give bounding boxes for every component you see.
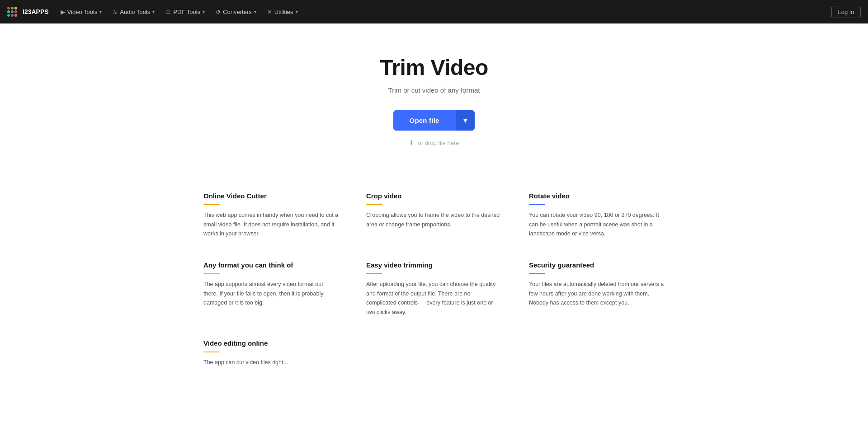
feature-text-7: The app can cut video files right... [203,358,339,367]
audio-tools-icon: ≋ [113,9,118,15]
nav-item-audio-tools[interactable]: ≋ Audio Tools ▾ [108,6,159,18]
navbar: I23APPS ▶ Video Tools ▾ ≋ Audio Tools ▾ … [0,0,868,23]
video-tools-icon: ▶ [61,9,65,15]
open-file-button[interactable]: Open file [393,110,456,131]
drop-hint-text: or drop file here [418,140,459,146]
feature-title-1: Online Video Cutter [203,192,339,200]
feature-text-4: The app supports almost every video form… [203,280,339,308]
feature-any-format: Any format you can think of The app supp… [203,261,339,317]
feature-text-5: After uploading your file, you can choos… [366,280,502,317]
drop-hint: ⬇ or drop file here [409,139,459,147]
feature-title-6: Security guaranteed [529,261,665,269]
page-title: Trim Video [380,55,488,80]
feature-accent-4 [203,273,220,274]
chevron-down-icon-pdf: ▾ [203,9,205,14]
feature-accent-5 [366,273,382,274]
nav-label-pdf-tools: PDF Tools [173,9,200,15]
open-file-dropdown-button[interactable]: ▼ [456,110,475,131]
feature-text-6: Your files are automatically deleted fro… [529,280,665,308]
feature-title-5: Easy video trimming [366,261,502,269]
hero-subtitle: Trim or cut video of any format [388,86,480,94]
converters-icon: ↺ [216,9,221,15]
login-button[interactable]: Log in [831,6,861,18]
feature-online-video-cutter: Online Video Cutter This web app comes i… [203,192,339,239]
open-file-wrap: Open file ▼ [393,110,475,131]
feature-accent-2 [366,204,382,205]
feature-accent-7 [203,352,220,352]
feature-accent-6 [529,273,545,274]
feature-text-2: Cropping allows you to frame the video t… [366,211,502,229]
nav-label-utilities: Utilities [274,9,293,15]
feature-accent-3 [529,204,545,205]
feature-title-4: Any format you can think of [203,261,339,269]
feature-title-3: Rotate video [529,192,665,200]
feature-easy-trimming: Easy video trimming After uploading your… [366,261,502,317]
dropdown-chevron-icon: ▼ [462,117,469,124]
feature-title-7: Video editing online [203,339,339,347]
pdf-tools-icon: ☰ [165,9,171,15]
brand-icon [7,7,17,17]
brand-name: I23APPS [23,8,49,15]
feature-security: Security guaranteed Your files are autom… [529,261,665,317]
feature-accent-1 [203,204,220,205]
chevron-down-icon: ▾ [99,9,102,14]
feature-text-1: This web app comes in handy when you nee… [203,211,339,239]
feature-title-2: Crop video [366,192,502,200]
features-section: Online Video Cutter This web app comes i… [185,174,683,394]
features-grid: Online Video Cutter This web app comes i… [203,192,665,367]
nav-label-audio-tools: Audio Tools [120,9,150,15]
hero-section: Trim Video Trim or cut video of any form… [0,23,868,174]
nav-label-video-tools: Video Tools [67,9,98,15]
nav-item-video-tools[interactable]: ▶ Video Tools ▾ [56,6,107,18]
feature-crop-video: Crop video Cropping allows you to frame … [366,192,502,239]
nav-item-utilities[interactable]: ✕ Utilities ▾ [263,6,302,18]
nav-label-converters: Converters [223,9,252,15]
brand-logo[interactable]: I23APPS [7,7,49,17]
feature-rotate-video: Rotate video You can rotate your video 9… [529,192,665,239]
nav-item-converters[interactable]: ↺ Converters ▾ [211,6,261,18]
chevron-down-icon-util: ▾ [296,9,298,14]
feature-video-editing: Video editing online The app can cut vid… [203,339,339,367]
utilities-icon: ✕ [267,9,272,15]
chevron-down-icon-conv: ▾ [254,9,256,14]
feature-text-3: You can rotate your video 90, 180 or 270… [529,211,665,239]
download-icon: ⬇ [409,139,415,147]
nav-item-pdf-tools[interactable]: ☰ PDF Tools ▾ [161,6,209,18]
chevron-down-icon-audio: ▾ [152,9,155,14]
